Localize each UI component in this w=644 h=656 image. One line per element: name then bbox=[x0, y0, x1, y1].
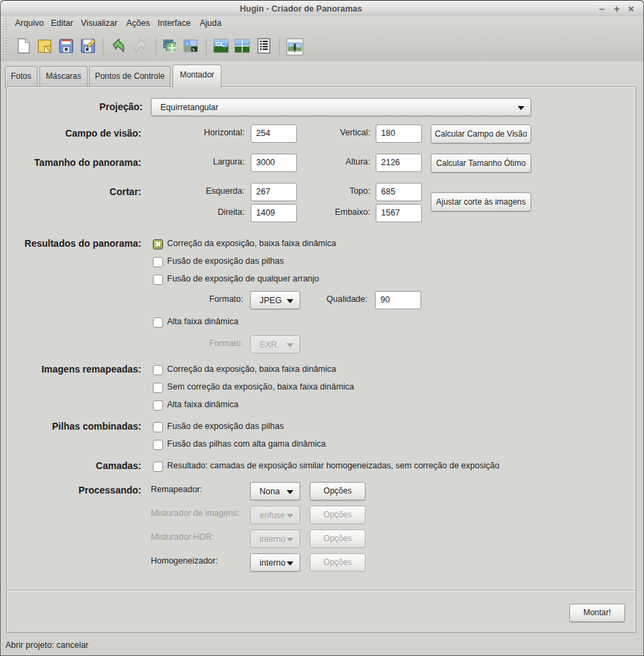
svg-text:GL: GL bbox=[215, 40, 224, 48]
